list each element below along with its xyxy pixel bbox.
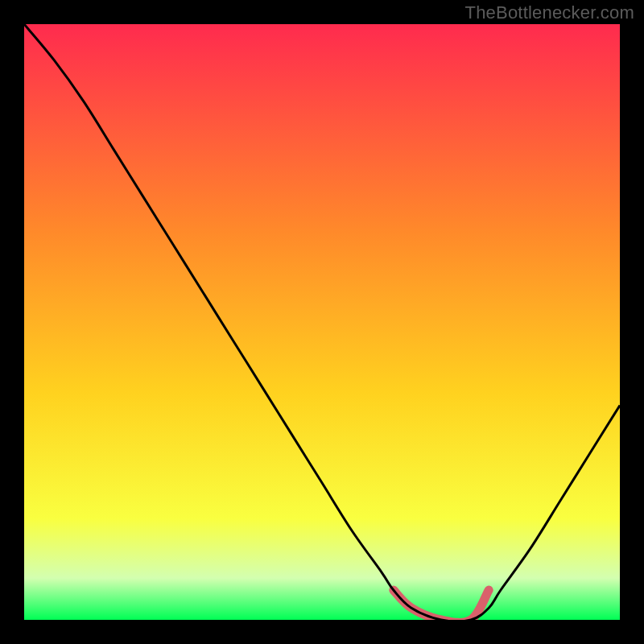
plot-area (24, 24, 620, 620)
chart-frame: TheBottlenecker.com (0, 0, 644, 644)
chart-svg (24, 24, 620, 620)
gradient-background (24, 24, 620, 620)
watermark-text: TheBottlenecker.com (465, 2, 634, 23)
